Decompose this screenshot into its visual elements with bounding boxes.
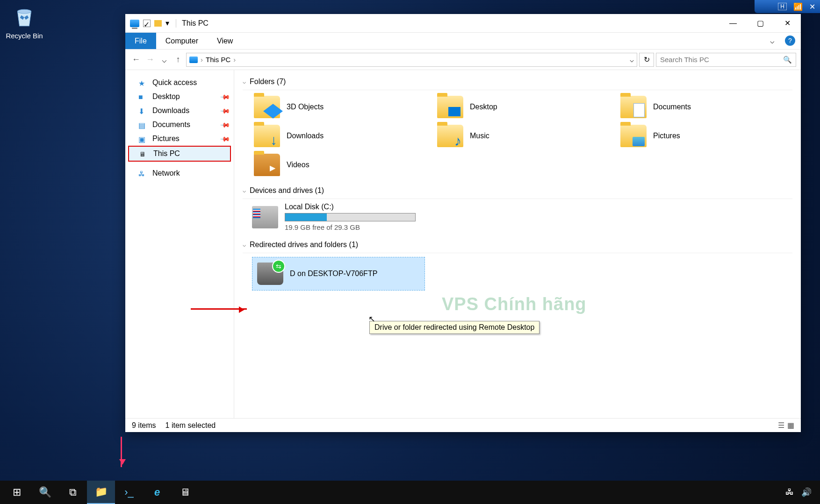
- chevron-down-icon: [243, 241, 246, 248]
- nav-up-button[interactable]: ↑: [172, 54, 184, 66]
- system-tray[interactable]: 🖧 🔊: [785, 487, 817, 497]
- taskbar-powershell-button[interactable]: ›_: [115, 481, 143, 504]
- tab-file[interactable]: File: [125, 33, 156, 49]
- pictures-icon: [138, 135, 148, 142]
- nav-recent-dropdown[interactable]: ⌵: [158, 54, 170, 66]
- folder-downloads[interactable]: Downloads: [252, 123, 426, 149]
- rdp-connection-bar[interactable]: H 📶 ✕: [755, 0, 820, 13]
- redirected-drive-d[interactable]: D on DESKTOP-V706FTP: [252, 257, 425, 291]
- rdp-pin-icon[interactable]: H: [778, 3, 787, 10]
- tray-volume-icon[interactable]: 🔊: [801, 487, 812, 497]
- folder-pictures[interactable]: Pictures: [619, 123, 792, 149]
- network-icon: [138, 170, 148, 177]
- this-pc-icon: [130, 20, 139, 27]
- task-view-button[interactable]: ⧉: [59, 481, 87, 504]
- folder-icon: [254, 125, 280, 147]
- cursor-icon: ↖: [368, 314, 375, 324]
- group-header-drives[interactable]: Devices and drives (1): [243, 183, 792, 199]
- folder-label: Pictures: [653, 132, 680, 140]
- sidebar-item-network[interactable]: Network: [125, 166, 234, 180]
- address-chevron-icon[interactable]: ›: [201, 56, 203, 64]
- address-segment-this-pc[interactable]: This PC: [206, 56, 230, 64]
- maximize-button[interactable]: ▢: [747, 14, 774, 33]
- close-button[interactable]: ✕: [774, 14, 801, 33]
- folder-3d-objects[interactable]: 3D Objects: [252, 94, 426, 120]
- folder-music[interactable]: Music: [435, 123, 609, 149]
- folder-icon: [437, 96, 463, 118]
- rdp-close-icon[interactable]: ✕: [809, 2, 815, 11]
- recycle-bin-desktop-icon[interactable]: Recycle Bin: [6, 6, 43, 40]
- folder-icon: [254, 154, 280, 176]
- tray-network-icon[interactable]: 🖧: [785, 487, 794, 497]
- annotation-arrow: [191, 308, 247, 310]
- sidebar-item-this-pc[interactable]: This PC: [128, 146, 231, 162]
- recycle-bin-label: Recycle Bin: [6, 32, 43, 40]
- chevron-down-icon: [243, 187, 246, 194]
- navigation-pane[interactable]: Quick access Desktop📌 Downloads📌 Documen…: [125, 70, 234, 418]
- sidebar-item-documents[interactable]: Documents📌: [125, 118, 234, 132]
- nav-back-button[interactable]: ←: [130, 54, 142, 66]
- remote-drive-icon: [257, 263, 283, 285]
- group-header-folders[interactable]: Folders (7): [243, 74, 792, 90]
- status-item-count: 9 items: [132, 421, 156, 430]
- nav-forward-button[interactable]: →: [144, 54, 156, 66]
- ribbon-expand-icon[interactable]: ⌵: [770, 35, 775, 46]
- recycle-bin-icon: [13, 6, 36, 29]
- search-input[interactable]: [660, 56, 783, 64]
- sidebar-item-pictures[interactable]: Pictures📌: [125, 132, 234, 146]
- folder-label: Videos: [287, 161, 309, 169]
- taskbar-explorer-button[interactable]: 📁: [87, 481, 115, 504]
- group-header-redirected[interactable]: Redirected drives and folders (1): [243, 237, 792, 253]
- refresh-button[interactable]: ↻: [639, 53, 654, 67]
- help-icon[interactable]: ?: [785, 35, 795, 46]
- svg-point-0: [17, 9, 31, 13]
- search-box[interactable]: 🔍: [656, 53, 796, 67]
- address-dropdown-icon[interactable]: ⌵: [630, 56, 634, 64]
- sidebar-item-downloads[interactable]: Downloads📌: [125, 104, 234, 118]
- drive-local-c[interactable]: Local Disk (C:) 19.9 GB free of 29.3 GB: [252, 203, 792, 231]
- tooltip: Drive or folder redirected using Remote …: [369, 321, 539, 334]
- view-tiles-icon[interactable]: ▦: [787, 421, 794, 430]
- pin-icon: 📌: [220, 133, 230, 144]
- folder-icon: [620, 96, 647, 118]
- sidebar-item-quick-access[interactable]: Quick access: [125, 76, 234, 90]
- sidebar-item-desktop[interactable]: Desktop📌: [125, 90, 234, 104]
- chevron-down-icon: [243, 78, 246, 85]
- drive-usage-bar: [285, 213, 416, 221]
- group-title: Redirected drives and folders (1): [250, 241, 358, 249]
- taskbar[interactable]: ⊞ 🔍 ⧉ 📁 ›_ e 🖥 🖧 🔊: [0, 481, 820, 504]
- statusbar: 9 items 1 item selected ☰ ▦: [125, 418, 801, 432]
- qat-newfolder-icon[interactable]: [154, 20, 162, 27]
- address-pc-icon: [189, 57, 198, 63]
- documents-icon: [138, 121, 148, 128]
- qat-properties-icon[interactable]: ✓: [143, 20, 151, 27]
- folder-label: Desktop: [470, 103, 497, 111]
- folder-videos[interactable]: Videos: [252, 152, 426, 178]
- folder-desktop[interactable]: Desktop: [435, 94, 609, 120]
- start-button[interactable]: ⊞: [3, 481, 31, 504]
- taskbar-ie-button[interactable]: e: [143, 481, 171, 504]
- view-details-icon[interactable]: ☰: [778, 421, 784, 430]
- tab-view[interactable]: View: [208, 33, 242, 49]
- desktop-icon: [138, 93, 148, 100]
- titlebar[interactable]: ✓ ▾ This PC — ▢ ✕: [125, 14, 801, 33]
- taskbar-rdp-button[interactable]: 🖥: [171, 481, 199, 504]
- tab-computer[interactable]: Computer: [156, 33, 208, 49]
- ribbon: File Computer View ⌵ ?: [125, 33, 801, 50]
- content-pane[interactable]: Folders (7) 3D Objects Desktop Documents…: [234, 70, 801, 418]
- drive-label: D on DESKTOP-V706FTP: [290, 270, 377, 278]
- search-icon[interactable]: 🔍: [783, 56, 792, 64]
- address-chevron-icon[interactable]: ›: [233, 56, 236, 64]
- folder-icon: [437, 125, 463, 147]
- pc-icon: [139, 150, 149, 157]
- qat-dropdown[interactable]: ▾: [165, 19, 169, 28]
- sidebar-item-label: Downloads: [152, 106, 189, 115]
- address-bar[interactable]: › This PC › ⌵: [186, 53, 637, 67]
- drive-free-text: 19.9 GB free of 29.3 GB: [285, 223, 416, 231]
- minimize-button[interactable]: —: [719, 14, 747, 33]
- folder-documents[interactable]: Documents: [619, 94, 792, 120]
- taskbar-search-button[interactable]: 🔍: [31, 481, 59, 504]
- sidebar-item-label: Desktop: [152, 92, 180, 101]
- window-title: This PC: [176, 19, 209, 28]
- explorer-window: ✓ ▾ This PC — ▢ ✕ File Computer View ⌵ ?…: [125, 14, 801, 432]
